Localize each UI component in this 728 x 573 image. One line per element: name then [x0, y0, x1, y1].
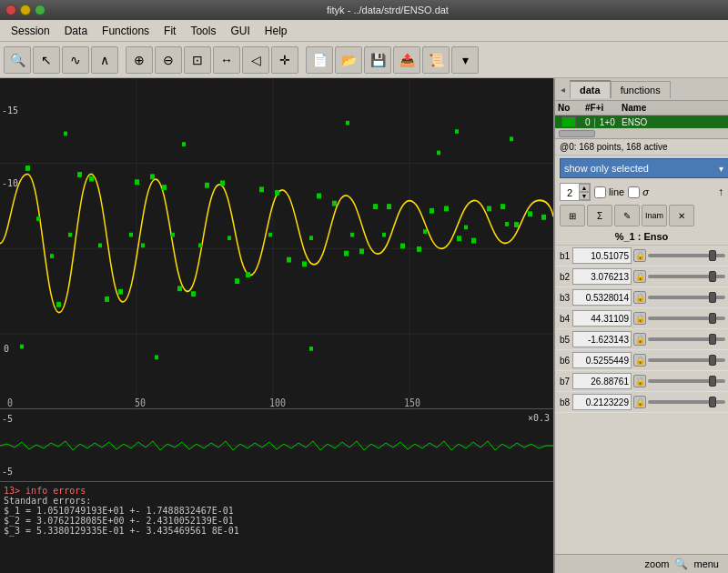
zoom-button[interactable]: zoom [642, 558, 673, 569]
svg-rect-26 [332, 201, 337, 206]
svg-rect-8 [77, 172, 82, 177]
svg-rect-27 [344, 251, 349, 256]
zoom-icon[interactable]: 🔍 [4, 46, 31, 74]
param-b6-input[interactable] [572, 352, 632, 368]
param-b1-input[interactable] [572, 247, 632, 264]
line-width-spinner[interactable]: 2 ▲ ▼ [560, 183, 591, 201]
open-icon[interactable]: 📂 [335, 46, 362, 74]
param-b7-icon[interactable]: 🔒 [633, 375, 646, 387]
param-b6-slider[interactable] [648, 358, 725, 362]
svg-rect-31 [400, 244, 405, 249]
close-button[interactable] [5, 5, 16, 15]
cursor-icon[interactable]: ↖ [33, 46, 60, 74]
menu-help[interactable]: Help [258, 23, 295, 39]
residual-plot[interactable]: ×0.3 -5 -5 [0, 409, 553, 482]
zoom-out-icon[interactable]: ⊖ [155, 46, 182, 74]
menu-gui[interactable]: GUI [223, 23, 257, 39]
zoom-fit-icon[interactable]: ⊡ [184, 46, 211, 74]
sigma-checkbox[interactable] [628, 186, 640, 198]
edit-button[interactable]: ✎ [614, 205, 640, 226]
bottom-bar: zoom 🔍 menu [555, 554, 728, 573]
menu-session[interactable]: Session [4, 23, 57, 39]
svg-rect-19 [235, 278, 239, 284]
wave-icon[interactable]: ∿ [62, 46, 89, 74]
window-controls[interactable] [5, 5, 46, 15]
line-checkbox[interactable] [594, 186, 606, 198]
menu-fit[interactable]: Fit [157, 23, 183, 39]
param-b4-slider[interactable] [648, 317, 725, 320]
svg-rect-40 [528, 211, 532, 216]
hscroll-thumb[interactable] [559, 130, 595, 137]
param-b3-input[interactable] [572, 289, 632, 306]
param-b8: b8 🔒 [555, 392, 728, 413]
svg-rect-50 [228, 236, 231, 240]
sigma-checkbox-label[interactable]: σ [628, 186, 649, 198]
svg-rect-49 [198, 244, 202, 248]
param-b4-input[interactable] [572, 310, 632, 327]
svg-text:0: 0 [7, 397, 13, 408]
param-b4-icon[interactable]: 🔒 [633, 312, 646, 325]
param-b8-icon[interactable]: 🔒 [633, 396, 646, 408]
svg-rect-59 [182, 142, 186, 146]
tab-data[interactable]: data [570, 80, 611, 98]
svg-rect-52 [309, 236, 313, 240]
menu-bottom-button[interactable]: menu [690, 558, 723, 569]
filter-dropdown[interactable]: show only selected show all show active [560, 158, 728, 178]
console-area[interactable]: 13> info errors Standard errors: $_1 = 1… [0, 482, 553, 573]
script-icon[interactable]: 📜 [422, 46, 450, 74]
param-b8-input[interactable] [572, 394, 632, 410]
more-icon[interactable]: ▾ [451, 46, 479, 74]
menu-functions[interactable]: Functions [95, 23, 157, 39]
param-b5-icon[interactable]: 🔒 [633, 333, 646, 346]
navigate-icon[interactable]: ✛ [271, 46, 298, 74]
tab-left-arrow[interactable]: ◂ [555, 78, 570, 100]
inam-button[interactable]: Inam [642, 205, 667, 226]
param-b7-slider[interactable] [648, 379, 725, 383]
main-plot[interactable]: -15 -10 0 [0, 78, 553, 409]
menu-tools[interactable]: Tools [183, 23, 223, 39]
hscroll[interactable] [555, 128, 728, 139]
param-b2-icon[interactable]: 🔒 [633, 270, 646, 283]
remove-button[interactable]: ✕ [669, 205, 694, 226]
svg-rect-41 [541, 215, 546, 220]
peak-icon[interactable]: ∧ [91, 46, 118, 74]
export-icon[interactable]: 📤 [393, 46, 420, 74]
zoom-x-icon[interactable]: ↔ [213, 46, 240, 74]
residual-scale: ×0.3 [528, 413, 550, 423]
param-b1: b1 🔒 [555, 246, 728, 266]
function-title: %_1 : Enso [555, 228, 728, 246]
tab-functions[interactable]: functions [611, 81, 671, 98]
spinner-up[interactable]: ▲ [579, 184, 590, 192]
col-fi: #F+i [582, 103, 619, 113]
param-b1-slider[interactable] [648, 254, 725, 257]
minimize-button[interactable] [20, 5, 31, 15]
save-icon[interactable]: 💾 [364, 46, 391, 74]
tabs-row: ◂ data functions [555, 78, 728, 101]
add-file-icon[interactable]: 📄 [306, 46, 333, 74]
zoom-prev-icon[interactable]: ◁ [242, 46, 269, 74]
line-checkbox-label[interactable]: line [594, 186, 624, 198]
param-b2-slider[interactable] [648, 275, 725, 278]
param-b7-input[interactable] [572, 373, 632, 389]
console-line-3: $_3 = 5.3380129335E-01 +- 3.435469561 8E… [4, 526, 550, 536]
table-row[interactable]: 0 | 1+0 ENSO [555, 116, 728, 128]
menu-data[interactable]: Data [57, 23, 95, 39]
svg-rect-12 [135, 179, 139, 185]
row-name: ENSO [619, 117, 728, 127]
param-b2-input[interactable] [572, 268, 632, 285]
param-b6-icon[interactable]: 🔒 [633, 354, 646, 367]
svg-rect-58 [64, 132, 67, 136]
param-b1-icon[interactable]: 🔒 [633, 249, 646, 262]
maximize-button[interactable] [35, 5, 46, 15]
spinner-down[interactable]: ▼ [579, 192, 590, 200]
param-b8-slider[interactable] [648, 400, 725, 404]
svg-rect-29 [373, 204, 378, 209]
grid-button[interactable]: ⊞ [560, 205, 585, 226]
y-label-neg10: -10 [2, 178, 18, 188]
param-b5-slider[interactable] [648, 337, 725, 341]
zoom-in-icon[interactable]: ⊕ [126, 46, 153, 74]
param-b5-input[interactable] [572, 331, 632, 347]
sum-button[interactable]: Σ [587, 205, 612, 226]
param-b3-icon[interactable]: 🔒 [633, 291, 646, 304]
param-b3-slider[interactable] [648, 296, 725, 299]
